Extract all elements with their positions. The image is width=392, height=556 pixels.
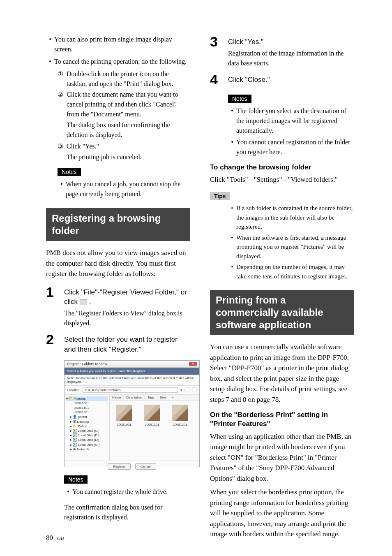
folder-tree: ▾ 📂 Pictures 20081001 20081101 20081201 … (65, 395, 110, 461)
nav-fwd-icon (192, 387, 197, 392)
bullet-icon: • (228, 262, 236, 281)
bullet-icon: • (228, 137, 236, 157)
body-text: PMB does not allow you to view images sa… (46, 248, 190, 279)
subheading-change-folder: To change the browsing folder (210, 163, 354, 172)
tree-item-label: Local Disk (D:) (78, 433, 99, 437)
cancel-button: Cancel (135, 463, 156, 470)
step-number: 1 (46, 285, 64, 299)
step-3: 3 Click "Yes." Registration of the image… (210, 35, 354, 68)
body-text: You can use a commercially available sof… (210, 342, 354, 405)
body-text: If a sub folder is contained in the sour… (236, 204, 354, 232)
thumbnail-label: 20081101 (145, 423, 159, 426)
step-1: 1 Click "File"-"Register Viewed Folder,"… (46, 285, 190, 329)
register-button: Register (108, 463, 131, 470)
list-item: • If a sub folder is contained in the so… (228, 204, 354, 232)
body-text: When using an application other than the… (210, 431, 354, 484)
tree-item-label: printer (78, 415, 87, 419)
bullet-icon: • (228, 204, 236, 232)
thumbnail: 20081001 (114, 405, 134, 426)
step-title: Click "Close." (228, 75, 354, 85)
location-label: Location: (67, 388, 80, 392)
tree-item-label: Pictures (74, 397, 85, 401)
list-item: • To cancel the printing operation, do t… (46, 57, 190, 67)
step-title-text: . (87, 298, 91, 306)
col-header: Name (110, 395, 124, 400)
thumbnail-image (144, 405, 160, 421)
dialog-title: Register Folders to View (67, 362, 107, 366)
thumbnail-label: 20081201 (173, 423, 187, 426)
dialog-screenshot: Register Folders to View ✕ Select a fold… (64, 360, 200, 467)
body-text: The "Register Folders to View" dialog bo… (64, 308, 190, 328)
tree-item-label: Local Disk (E:) (78, 438, 99, 442)
substep: ③ Click "Yes." (58, 141, 190, 151)
body-text: When you cancel a job, you cannot stop t… (66, 179, 190, 199)
body-text: You can also print from single image dis… (54, 35, 190, 54)
body-text: To cancel the printing operation, do the… (54, 57, 187, 67)
step-number: 2 (46, 332, 64, 346)
body-text: Click "Yes." (67, 141, 190, 151)
dialog-titlebar: Register Folders to View ✕ (65, 361, 199, 368)
tree-item-label: 20081101 (66, 405, 108, 410)
location-row: Location: C:\Users\printer\Pictures ▾ (65, 386, 199, 395)
body-text: The folder you select as the destination… (236, 106, 354, 136)
substep: ② Click the document name that you want … (58, 90, 190, 119)
thumbnail-label: 20081001 (117, 423, 131, 426)
col-header: Size (157, 395, 169, 400)
circled-number-icon: ① (58, 69, 67, 89)
list-item: • You can also print from single image d… (46, 35, 190, 54)
bullet-icon: • (58, 179, 66, 199)
tree-item-label: 20081201 (66, 410, 108, 415)
list-item: • You cannot cancel registration of the … (228, 137, 354, 157)
tree-item-label: Local Disk (C:) (78, 429, 99, 433)
list-item: • The folder you select as the destinati… (228, 106, 354, 136)
list-item: • When the software is first started, a … (228, 233, 354, 261)
body-text: Depending on the number of images, it ma… (236, 262, 354, 281)
circled-number-icon: ② (58, 90, 67, 119)
body-text: When the software is first started, a me… (236, 233, 354, 261)
circled-number-icon: ③ (58, 141, 67, 151)
step-title: Select the folder you want to register a… (64, 335, 190, 354)
step-4: 4 Click "Close." (210, 72, 354, 86)
bullet-icon: • (46, 35, 54, 54)
notes-badge: Notes (64, 475, 88, 484)
body-text: The dialog box used for confirming the d… (67, 120, 190, 140)
thumbnail-image (116, 405, 132, 421)
subheading-borderless: On the "Borderless Print" setting in "Pr… (210, 410, 354, 429)
step-number: 4 (210, 72, 228, 86)
page-footer: 80 GB (46, 534, 64, 542)
substep: ① Double-click on the printer icon on th… (58, 69, 190, 89)
section-heading-registering: Registering a browsing folder (46, 208, 190, 241)
body-text: Click "Tools" - "Settings" - "Viewed fol… (210, 174, 354, 185)
section-heading-printing: Printing from a commercially available s… (210, 290, 354, 335)
bullet-icon: • (64, 487, 72, 497)
notes-badge: Notes (58, 168, 81, 176)
tree-item-label: Local Disk (G:) (78, 443, 99, 447)
notes-badge: Notes (228, 95, 251, 103)
step-title: Click "File"-"Register Viewed Folder," o… (64, 287, 190, 307)
folder-icon (80, 299, 87, 305)
column-headers: Name Date taken Tags Size » (110, 395, 199, 401)
col-header: Tags (145, 395, 157, 400)
list-item: • When you cancel a job, you cannot stop… (58, 179, 190, 199)
location-path: C:\Users\printer\Pictures (83, 387, 178, 393)
list-item: • You cannot register the whole drive. (64, 487, 190, 497)
nav-back-icon (184, 387, 189, 392)
step-2: 2 Select the folder you want to register… (46, 332, 190, 356)
body-text: Click the document name that you want to… (67, 90, 190, 119)
body-text: When you select the borderless print opt… (210, 487, 354, 540)
tree-item-label: Public (78, 424, 87, 428)
body-text: The confirmation dialog box used for reg… (64, 503, 190, 522)
thumbnail-image (172, 405, 188, 421)
step-number: 3 (210, 35, 228, 49)
thumbnail: 20081201 (170, 405, 190, 426)
body-text: You cannot cancel registration of the fo… (236, 137, 354, 157)
tree-item-label: Network (77, 447, 89, 451)
bullet-icon: • (228, 106, 236, 136)
page-region: GB (57, 535, 64, 541)
tree-item-label: 20081001 (66, 401, 108, 405)
tips-badge: Tips (210, 192, 230, 200)
body-text: Double-click on the printer icon on the … (67, 69, 190, 89)
body-text: The printing job is canceled. (67, 152, 190, 162)
thumbnail: 20081101 (142, 405, 162, 426)
dialog-note: Note: Media files in both the selected f… (65, 375, 199, 386)
